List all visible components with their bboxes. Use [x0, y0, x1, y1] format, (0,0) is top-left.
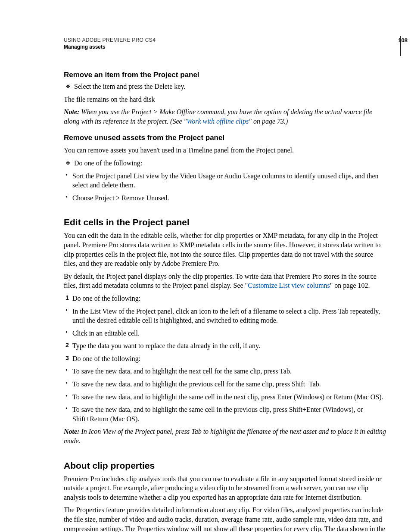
step-2: Type the data you want to replace the da…	[65, 341, 387, 351]
list-item: In the List View of the Project panel, c…	[65, 307, 387, 325]
list-unused-options: Sort the Project panel List view by the …	[64, 171, 387, 203]
steps-edit-cells: Do one of the following:	[64, 294, 387, 303]
note-label: Note:	[64, 108, 81, 115]
list-item: Choose Project > Remove Unused.	[65, 193, 387, 203]
running-header: USING ADOBE PREMIERE PRO CS4 Managing as…	[64, 37, 387, 50]
page-number: 108	[398, 37, 408, 44]
body-text: You can edit the data in the editable ce…	[64, 231, 387, 268]
steps-edit-cells-cont: Type the data you want to replace the da…	[64, 341, 387, 363]
step-1-options: In the List View of the Project panel, c…	[64, 307, 387, 338]
step-3-options: To save the new data, and to highlight t…	[64, 367, 387, 423]
note-text: When you use the Project > Make Offline …	[64, 108, 372, 125]
header-product: USING ADOBE PREMIERE PRO CS4	[64, 37, 387, 43]
list-item: Do one of the following:	[65, 159, 387, 168]
body-text: By default, the Project panel displays o…	[64, 272, 387, 290]
link-work-offline-clips[interactable]: Work with offline clips	[187, 118, 249, 125]
note: Note: When you use the Project > Make Of…	[64, 107, 387, 126]
note-label: Note:	[64, 428, 81, 435]
body-text: Premiere Pro includes clip analysis tool…	[64, 474, 387, 502]
list-do-one: Do one of the following:	[64, 159, 387, 168]
note-text: In Icon View of the Project panel, press…	[64, 428, 386, 445]
list-remove-item: Select the item and press the Delete key…	[64, 82, 387, 91]
list-item: To save the new data, and to highlight t…	[65, 405, 387, 423]
list-item: To save the new data, and to highlight t…	[65, 380, 387, 389]
link-customize-list-view[interactable]: Customize List view columns	[248, 282, 330, 289]
note: Note: In Icon View of the Project panel,…	[64, 427, 387, 445]
list-item: To save the new data, and to highlight t…	[65, 392, 387, 402]
list-item: To save the new data, and to highlight t…	[65, 367, 387, 376]
list-item: Select the item and press the Delete key…	[65, 82, 387, 91]
step-3: Do one of the following:	[65, 354, 387, 364]
step-1: Do one of the following:	[65, 294, 387, 303]
heading-remove-item: Remove an item from the Project panel	[64, 71, 387, 79]
heading-remove-unused: Remove unused assets from the Project pa…	[64, 134, 387, 142]
list-item: Sort the Project panel List view by the …	[65, 171, 387, 190]
heading-about-clip-properties: About clip properties	[64, 460, 387, 471]
body-text: You can remove assets you haven't used i…	[64, 146, 387, 155]
header-section: Managing assets	[64, 44, 387, 50]
list-item: Click in an editable cell.	[65, 329, 387, 338]
body-text: The Properties feature provides detailed…	[64, 505, 387, 532]
heading-edit-cells: Edit cells in the Project panel	[64, 217, 387, 227]
body-text: The file remains on the hard disk	[64, 95, 387, 104]
